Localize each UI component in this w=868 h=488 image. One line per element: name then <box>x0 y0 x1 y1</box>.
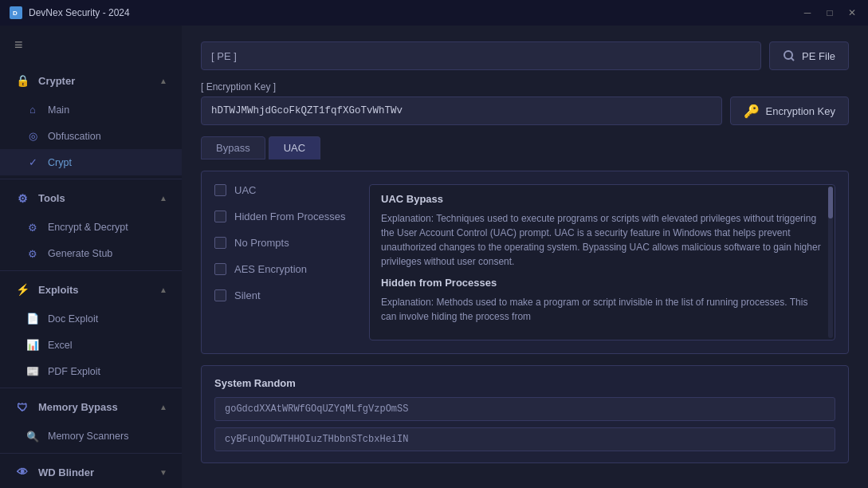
sidebar-section-wd-blinder-header[interactable]: 👁 WD Blinder ▼ <box>0 456 182 488</box>
checkbox-hidden-from-processes[interactable]: Hidden From Processes <box>214 211 358 222</box>
app-body: ≡ 🔒 Crypter ▲ ⌂ Main ◎ Obfuscation ✓ Cry… <box>0 26 868 488</box>
encryption-key-row: [ Encryption Key ] 🔑 Encryption Key <box>201 81 849 125</box>
sidebar-item-memory-scanners[interactable]: 🔍 Memory Scanners <box>0 423 182 450</box>
sidebar-item-generate-stub-label: Generate Stub <box>48 248 112 259</box>
key-icon: 🔑 <box>744 104 760 119</box>
uac-bypass-title: UAC Bypass <box>381 193 823 205</box>
sidebar-section-crypter: 🔒 Crypter ▲ ⌂ Main ◎ Obfuscation ✓ Crypt <box>0 65 182 175</box>
memory-scanners-icon: 🔍 <box>26 431 40 443</box>
hidden-processes-text: Explanation: Methods used to make a prog… <box>381 295 823 324</box>
sidebar-section-exploits-header[interactable]: ⚡ Exploits ▲ <box>0 274 182 305</box>
doc-exploit-icon: 📄 <box>26 313 40 325</box>
checkbox-no-prompts[interactable]: No Prompts <box>214 237 358 249</box>
sidebar-section-memory-bypass-header[interactable]: 🛡 Memory Bypass ▲ <box>0 392 182 423</box>
sidebar-section-exploits: ⚡ Exploits ▲ 📄 Doc Exploit 📊 Excel 📰 PDF… <box>0 274 182 384</box>
checkbox-silent-label: Silent <box>234 289 261 301</box>
checkbox-hidden-label: Hidden From Processes <box>234 211 345 222</box>
checkboxes-panel: UAC Hidden From Processes No Prompts AES… <box>214 184 358 340</box>
uac-bypass-text: Explanation: Techniques used to execute … <box>381 211 823 269</box>
minimize-button[interactable]: ─ <box>801 7 814 18</box>
sidebar-item-crypt[interactable]: ✓ Crypt <box>0 149 182 175</box>
checkbox-uac[interactable]: UAC <box>214 184 358 196</box>
sidebar-section-crypter-header[interactable]: 🔒 Crypter ▲ <box>0 65 182 96</box>
sidebar-section-crypter-label: Crypter <box>38 75 159 87</box>
sidebar-item-excel[interactable]: 📊 Excel <box>0 332 182 358</box>
sidebar-item-obfuscation-label: Obfuscation <box>48 131 101 142</box>
encryption-key-label: [ Encryption Key ] <box>201 81 849 92</box>
checkbox-hidden-box[interactable] <box>214 211 226 222</box>
tab-bypass[interactable]: Bypass <box>201 136 265 159</box>
sidebar-item-encrypt-decrypt[interactable]: ⚙ Encrypt & Decrypt <box>0 214 182 241</box>
sidebar-item-doc-exploit[interactable]: 📄 Doc Exploit <box>0 305 182 332</box>
sidebar-section-tools: ⚙ Tools ▲ ⚙ Encrypt & Decrypt ⚙ Generate… <box>0 183 182 267</box>
exploits-arrow: ▲ <box>159 285 167 294</box>
sidebar-section-tools-header[interactable]: ⚙ Tools ▲ <box>0 183 182 214</box>
checkbox-uac-label: UAC <box>234 184 256 196</box>
sidebar-item-pdf-exploit[interactable]: 📰 PDF Exploit <box>0 358 182 384</box>
random-value-1: goGdcdXXAtWRWfGOqUZYqMLfgVzpOmSS <box>214 397 835 421</box>
divider-2 <box>0 270 182 271</box>
pe-label: [ PE ] <box>201 41 761 70</box>
pe-file-btn-label: PE File <box>802 50 835 62</box>
main-content: [ PE ] PE File [ Encryption Key ] 🔑 Encr… <box>182 26 868 488</box>
search-icon <box>783 49 795 62</box>
encryption-key-btn-label: Encryption Key <box>766 105 835 117</box>
sidebar-section-wd-blinder: 👁 WD Blinder ▼ <box>0 456 182 488</box>
checkbox-uac-box[interactable] <box>214 184 226 196</box>
tab-uac[interactable]: UAC <box>269 136 320 159</box>
titlebar-left: D DevNex Security - 2024 <box>10 6 130 19</box>
tools-arrow: ▲ <box>159 194 167 203</box>
sidebar-item-main[interactable]: ⌂ Main <box>0 96 182 123</box>
system-random-panel: System Random goGdcdXXAtWRWfGOqUZYqMLfgV… <box>201 365 849 463</box>
app-icon: D <box>10 6 22 19</box>
memory-bypass-arrow: ▲ <box>159 403 167 411</box>
svg-text:D: D <box>13 10 18 17</box>
checkbox-no-prompts-label: No Prompts <box>234 237 289 249</box>
encryption-key-input[interactable] <box>201 96 722 125</box>
divider-1 <box>0 179 182 179</box>
crypter-icon: 🔒 <box>14 73 30 89</box>
uac-scrollbar[interactable] <box>828 187 833 338</box>
crypter-arrow: ▲ <box>159 77 167 85</box>
sidebar-item-obfuscation[interactable]: ◎ Obfuscation <box>0 123 182 149</box>
pe-row: [ PE ] PE File <box>201 41 849 70</box>
tools-icon: ⚙ <box>14 191 30 207</box>
memory-bypass-icon: 🛡 <box>14 399 30 415</box>
checkbox-aes-encryption[interactable]: AES Encryption <box>214 263 358 275</box>
system-random-title: System Random <box>214 377 835 389</box>
main-icon: ⌂ <box>26 104 40 116</box>
sidebar-item-crypt-label: Crypt <box>48 157 72 168</box>
hamburger-menu[interactable]: ≡ <box>0 26 182 65</box>
sidebar-item-excel-label: Excel <box>48 340 73 351</box>
divider-3 <box>0 388 182 388</box>
sidebar-section-wd-blinder-label: WD Blinder <box>38 466 159 478</box>
encryption-key-input-row: 🔑 Encryption Key <box>201 96 849 125</box>
window-controls: ─ □ ✕ <box>801 7 858 18</box>
divider-4 <box>0 453 182 454</box>
sidebar-item-generate-stub[interactable]: ⚙ Generate Stub <box>0 241 182 267</box>
close-button[interactable]: ✕ <box>846 7 858 18</box>
exploits-icon: ⚡ <box>14 281 30 297</box>
titlebar: D DevNex Security - 2024 ─ □ ✕ <box>0 0 868 26</box>
svg-line-3 <box>791 58 795 61</box>
sidebar-section-memory-bypass: 🛡 Memory Bypass ▲ 🔍 Memory Scanners <box>0 392 182 450</box>
tabs: Bypass UAC <box>201 136 849 159</box>
checkbox-no-prompts-box[interactable] <box>214 237 226 249</box>
checkbox-silent[interactable]: Silent <box>214 289 358 301</box>
crypt-icon: ✓ <box>26 156 40 168</box>
sidebar: ≡ 🔒 Crypter ▲ ⌂ Main ◎ Obfuscation ✓ Cry… <box>0 26 182 488</box>
encrypt-decrypt-icon: ⚙ <box>26 222 40 234</box>
pe-file-button[interactable]: PE File <box>769 41 849 70</box>
sidebar-item-main-label: Main <box>48 104 69 116</box>
uac-scrollbar-thumb[interactable] <box>828 187 833 218</box>
sidebar-item-encrypt-decrypt-label: Encrypt & Decrypt <box>48 222 128 233</box>
checkbox-aes-box[interactable] <box>214 263 226 275</box>
checkbox-silent-box[interactable] <box>214 289 226 301</box>
maximize-button[interactable]: □ <box>823 7 836 18</box>
random-value-2: cyBFunQuDWTHHOIuzTHbbnSTcbxHeiIN <box>214 427 835 451</box>
generate-stub-icon: ⚙ <box>26 248 40 260</box>
excel-icon: 📊 <box>26 339 40 351</box>
uac-bypass-description: UAC Bypass Explanation: Techniques used … <box>369 184 835 340</box>
wd-blinder-arrow: ▼ <box>159 468 167 477</box>
encryption-key-button[interactable]: 🔑 Encryption Key <box>730 96 849 125</box>
